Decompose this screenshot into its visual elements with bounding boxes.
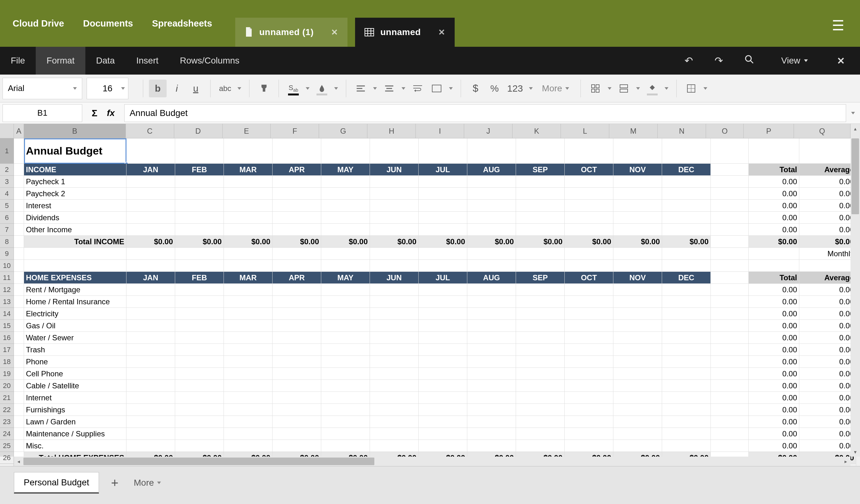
value-cell[interactable] — [662, 200, 711, 212]
cell[interactable] — [370, 260, 419, 272]
value-cell[interactable] — [419, 284, 467, 296]
month-header[interactable]: MAY — [321, 272, 370, 284]
row-header[interactable]: 4 — [0, 188, 14, 200]
cell[interactable] — [662, 138, 711, 164]
total-label[interactable]: Total INCOME — [24, 236, 127, 248]
value-cell[interactable] — [613, 368, 662, 380]
column-header[interactable]: O — [706, 124, 744, 138]
value-cell[interactable] — [127, 440, 175, 452]
value-cell[interactable] — [516, 308, 565, 320]
column-header[interactable]: M — [609, 124, 658, 138]
value-cell[interactable] — [419, 188, 467, 200]
scroll-right-icon[interactable]: ▸ — [841, 457, 850, 466]
cell[interactable] — [127, 138, 175, 164]
value-cell[interactable] — [613, 284, 662, 296]
cell[interactable] — [711, 356, 749, 368]
value-cell[interactable] — [321, 380, 370, 392]
row-header[interactable]: 3 — [0, 176, 14, 188]
row-label[interactable]: Lawn / Garden — [24, 416, 127, 428]
cell[interactable] — [799, 138, 856, 164]
value-cell[interactable] — [321, 428, 370, 440]
row-header[interactable]: 7 — [0, 224, 14, 236]
cell[interactable] — [711, 272, 749, 284]
fill-color-dropdown[interactable] — [331, 87, 341, 90]
value-cell[interactable] — [127, 308, 175, 320]
cell[interactable] — [419, 260, 467, 272]
row-header[interactable]: 20 — [0, 380, 14, 392]
value-cell[interactable] — [224, 296, 273, 308]
row-label[interactable]: Trash — [24, 344, 127, 356]
value-cell[interactable] — [467, 320, 516, 332]
row-label[interactable]: Misc. — [24, 440, 127, 452]
value-cell[interactable] — [127, 416, 175, 428]
avg-cell[interactable]: 0.00 — [799, 332, 856, 344]
value-cell[interactable] — [321, 416, 370, 428]
cell[interactable] — [14, 176, 24, 188]
cell[interactable] — [613, 138, 662, 164]
column-header[interactable]: C — [126, 124, 174, 138]
row-header[interactable]: 13 — [0, 296, 14, 308]
value-cell[interactable] — [662, 224, 711, 236]
value-cell[interactable] — [273, 344, 321, 356]
cell[interactable] — [799, 260, 856, 272]
percent-format-button[interactable]: % — [486, 80, 503, 97]
value-cell[interactable] — [224, 428, 273, 440]
column-header[interactable]: B — [24, 124, 126, 138]
month-header[interactable]: MAY — [321, 164, 370, 176]
cell[interactable] — [224, 260, 273, 272]
value-cell[interactable] — [565, 284, 613, 296]
cell[interactable] — [14, 344, 24, 356]
cell[interactable] — [14, 332, 24, 344]
row-header[interactable]: 5 — [0, 200, 14, 212]
row-header[interactable]: 10 — [0, 260, 14, 272]
value-cell[interactable] — [419, 416, 467, 428]
column-header[interactable]: A — [14, 124, 24, 138]
column-header[interactable]: D — [174, 124, 223, 138]
row-header[interactable]: 26 — [0, 452, 14, 464]
total-cell[interactable]: 0.00 — [749, 176, 799, 188]
value-cell[interactable] — [565, 296, 613, 308]
cell[interactable] — [24, 260, 127, 272]
cell[interactable] — [467, 260, 516, 272]
row-header[interactable]: 19 — [0, 368, 14, 380]
value-cell[interactable] — [516, 284, 565, 296]
value-cell[interactable] — [662, 320, 711, 332]
summary-header[interactable]: Total — [749, 164, 799, 176]
cell[interactable] — [175, 138, 224, 164]
cell[interactable] — [175, 248, 224, 260]
month-header[interactable]: MAR — [224, 272, 273, 284]
total-value[interactable]: $0.00 — [127, 236, 175, 248]
value-cell[interactable] — [370, 200, 419, 212]
total-cell[interactable]: 0.00 — [749, 284, 799, 296]
cell[interactable] — [14, 308, 24, 320]
value-cell[interactable] — [321, 344, 370, 356]
cell[interactable] — [711, 320, 749, 332]
value-cell[interactable] — [516, 296, 565, 308]
value-cell[interactable] — [419, 320, 467, 332]
column-header[interactable]: F — [271, 124, 319, 138]
value-cell[interactable] — [516, 332, 565, 344]
total-cell[interactable]: 0.00 — [749, 212, 799, 224]
row-label[interactable]: Water / Sewer — [24, 332, 127, 344]
value-cell[interactable] — [516, 428, 565, 440]
fill-color-button[interactable] — [313, 80, 331, 97]
value-cell[interactable] — [175, 188, 224, 200]
value-cell[interactable] — [467, 188, 516, 200]
value-cell[interactable] — [321, 332, 370, 344]
value-cell[interactable] — [127, 356, 175, 368]
value-cell[interactable] — [565, 332, 613, 344]
grand-total[interactable]: $0.00 — [749, 236, 799, 248]
value-cell[interactable] — [127, 212, 175, 224]
month-header[interactable]: OCT — [565, 272, 613, 284]
cell[interactable] — [24, 248, 127, 260]
value-cell[interactable] — [613, 188, 662, 200]
cell[interactable] — [662, 248, 711, 260]
avg-cell[interactable]: 0.00 — [799, 428, 856, 440]
cell[interactable] — [127, 248, 175, 260]
close-icon[interactable]: ✕ — [438, 28, 445, 37]
value-cell[interactable] — [127, 380, 175, 392]
value-cell[interactable] — [467, 392, 516, 404]
value-cell[interactable] — [370, 332, 419, 344]
value-cell[interactable] — [127, 176, 175, 188]
formula-expand-icon[interactable] — [846, 112, 860, 114]
